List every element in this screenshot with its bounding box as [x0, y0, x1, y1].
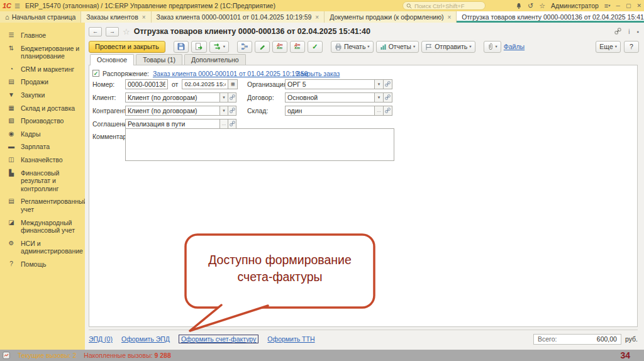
minimize-button[interactable]: ─	[616, 3, 620, 9]
window-title: ERP_15470 (эталонная) / 1С:ERP Управлени…	[25, 2, 275, 9]
create-based-on-button[interactable]: ▾	[209, 41, 229, 53]
calendar-icon[interactable]: ▦	[228, 79, 238, 89]
client-open-link-button[interactable]	[228, 92, 236, 103]
sidebar-item-hr[interactable]: ◉Кадры	[0, 128, 85, 141]
agreement-open-link-button[interactable]	[228, 119, 236, 129]
history-icon[interactable]: ↺	[528, 3, 533, 9]
sidebar-item-main[interactable]: ☰Главное	[0, 29, 85, 42]
date-prefix-label: от	[172, 81, 178, 88]
document-structure-button[interactable]	[237, 41, 252, 53]
edit-button[interactable]	[255, 41, 270, 53]
search-input[interactable]	[414, 3, 477, 9]
tab-sales-documents[interactable]: Документы продажи (к оформлению) ×	[325, 11, 457, 23]
contract-input[interactable]	[286, 93, 374, 102]
tab-close-icon[interactable]: ×	[448, 14, 452, 21]
help-button[interactable]: ?	[624, 41, 639, 53]
create-invoice-link[interactable]: Оформить счет-фактуру	[181, 335, 256, 343]
more-button[interactable]: Еще▾	[596, 41, 621, 53]
dt-kt-settlements-button[interactable]: ДтКт	[290, 41, 305, 53]
close-order-link[interactable]: Закрыть заказ	[296, 70, 340, 77]
sidebar-item-warehouse[interactable]: ▦Склад и доставка	[0, 102, 85, 115]
dt-kt-postings-button[interactable]: ДтКт	[272, 41, 287, 53]
currency-label: руб.	[625, 335, 638, 343]
global-search[interactable]	[402, 1, 486, 10]
comment-input[interactable]	[125, 128, 394, 161]
sidebar-item-purchases[interactable]: ▼Закупки	[0, 89, 85, 102]
client-input[interactable]	[126, 93, 219, 102]
favorites-star-icon[interactable]: ☆	[539, 3, 545, 9]
counterparty-input[interactable]	[126, 106, 219, 115]
tab-goods-shipment-active[interactable]: Отгрузка товаров клиенту 0000-000136 от …	[457, 11, 644, 23]
sidebar-item-treasury[interactable]: ◫Казначейство	[0, 153, 85, 167]
sidebar-item-help[interactable]: ?Помощь	[0, 258, 85, 271]
organization-input[interactable]	[286, 80, 374, 89]
crm-icon: ◔	[7, 65, 16, 73]
epd-link[interactable]: ЭПД (0)	[89, 335, 113, 343]
counterparty-open-link-button[interactable]	[228, 106, 236, 116]
sidebar-item-regulated-accounting[interactable]: ▤Регламентированный учет	[0, 195, 85, 216]
current-user-label[interactable]: Администратор	[551, 2, 599, 9]
organization-dropdown-button[interactable]: ▾	[375, 79, 384, 89]
files-link[interactable]: Файлы	[504, 43, 525, 50]
check-button[interactable]: ✓	[308, 41, 323, 53]
sidebar-item-payroll[interactable]: ▬Зарплата	[0, 140, 85, 153]
sidebar-item-production[interactable]: ▧Производство	[0, 114, 85, 128]
sidebar-item-budgeting[interactable]: ⇅Бюджетирование и планирование	[0, 42, 85, 63]
reports-button[interactable]: Отчеты▾	[376, 41, 419, 53]
warehouse-select-button[interactable]: …	[375, 106, 384, 116]
main-menu-icon[interactable]: ☰	[14, 3, 20, 9]
tab-close-icon[interactable]: ×	[142, 14, 146, 21]
create-epd-link[interactable]: Оформить ЭПД	[121, 335, 170, 343]
warehouse-field-box	[285, 106, 375, 116]
warehouse-open-link-button[interactable]	[384, 106, 392, 116]
service-menu-icon[interactable]: ≡▾	[604, 3, 611, 9]
post-and-close-button[interactable]: Провести и закрыть	[89, 41, 165, 53]
agreement-input[interactable]	[126, 119, 219, 128]
maximize-button[interactable]: ▢	[626, 3, 631, 9]
tab-customer-orders[interactable]: Заказы клиентов ×	[81, 11, 151, 23]
send-button[interactable]: Отправить▾	[421, 41, 475, 53]
sidebar-item-master-data[interactable]: ⚙НСИ и администрирование	[0, 237, 85, 258]
contract-dropdown-button[interactable]: ▾	[375, 92, 384, 103]
sidebar-item-international-accounting[interactable]: ◪Международный финансовый учет	[0, 216, 85, 237]
agreement-select-button[interactable]: …	[220, 119, 228, 129]
performance-indicator-icon[interactable]	[3, 352, 10, 359]
tab-main[interactable]: Основное	[90, 54, 134, 65]
post-document-button[interactable]	[191, 41, 207, 53]
save-button[interactable]	[174, 41, 189, 53]
contract-open-link-button[interactable]	[384, 92, 392, 103]
number-label: Номер:	[92, 81, 125, 88]
organization-open-link-button[interactable]	[384, 79, 392, 89]
back-button[interactable]: ←	[89, 27, 102, 36]
notifications-bell-icon[interactable]	[516, 3, 522, 9]
attachments-button[interactable]: ▾	[484, 41, 501, 53]
sidebar-item-sales[interactable]: ▤Продажи	[0, 75, 85, 89]
order-checkbox[interactable]: ✓	[92, 70, 99, 77]
window-titlebar: 1С ☰ ERP_15470 (эталонная) / 1С:ERP Упра…	[0, 0, 644, 11]
info-icon[interactable]: i	[628, 28, 630, 35]
print-button[interactable]: Печать▾	[331, 41, 374, 53]
counterparty-dropdown-button[interactable]: ▾	[220, 106, 228, 116]
sidebar-item-financial-result[interactable]: ▙Финансовый результат и контроллинг	[0, 167, 85, 196]
get-link-icon[interactable]	[614, 28, 621, 36]
chain-link-icon	[385, 94, 391, 100]
warehouse-input[interactable]	[286, 106, 374, 115]
tab-additional[interactable]: Дополнительно	[184, 54, 246, 65]
tab-home[interactable]: ⌂ Начальная страница	[0, 11, 81, 23]
number-input[interactable]	[126, 80, 167, 89]
order-document-link[interactable]: Заказ клиента 0000-000101 от 01.04.2025 …	[153, 70, 308, 77]
sidebar-item-label: Закупки	[21, 91, 45, 99]
pin-icon[interactable]: ▪	[636, 28, 639, 35]
create-ttn-link[interactable]: Оформить ТТН	[267, 335, 314, 343]
tab-customer-order-101[interactable]: Заказ клиента 0000-000101 от 01.04.2025 …	[152, 11, 325, 23]
tab-close-icon[interactable]: ×	[315, 14, 319, 21]
date-input[interactable]	[182, 80, 228, 89]
client-dropdown-button[interactable]: ▾	[220, 92, 228, 103]
favorite-star-icon[interactable]: ☆	[123, 27, 130, 36]
sidebar-item-crm[interactable]: ◔CRM и маркетинг	[0, 63, 85, 76]
organization-label: Организация:	[247, 81, 284, 88]
tab-goods[interactable]: Товары (1)	[136, 54, 182, 65]
close-window-button[interactable]: ✕	[636, 3, 641, 9]
forward-button[interactable]: →	[106, 27, 119, 36]
tab-label: Документы продажи (к оформлению)	[330, 13, 443, 21]
